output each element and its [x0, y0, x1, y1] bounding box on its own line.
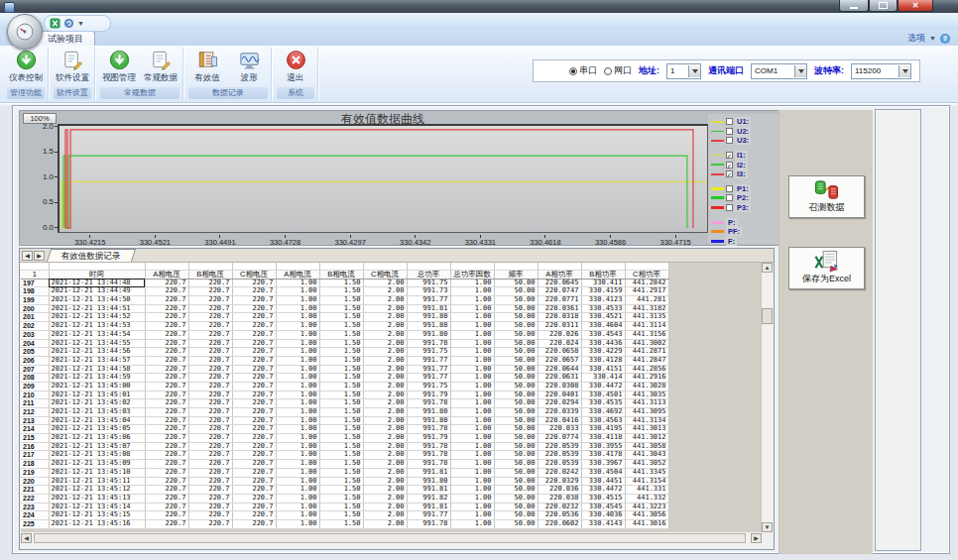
row-number[interactable]: 212 [21, 408, 49, 417]
value-cell[interactable]: 2.00 [363, 296, 407, 305]
table-row[interactable]: 2052021-12-21 13:44:56220.7220.7220.71.0… [21, 348, 668, 357]
value-cell[interactable]: 220.7 [188, 511, 232, 520]
value-cell[interactable]: 220.0631 [538, 374, 581, 383]
value-cell[interactable]: 1.00 [450, 468, 494, 477]
value-cell[interactable]: 220.7 [232, 287, 276, 296]
network-radio[interactable]: 网口 [604, 64, 632, 77]
column-header[interactable]: 总功率因数 [450, 271, 494, 280]
column-header[interactable]: 总功率 [407, 271, 450, 280]
value-cell[interactable]: 441.3056 [625, 511, 668, 520]
row-number[interactable]: 210 [21, 391, 49, 399]
value-cell[interactable]: 220.0644 [538, 365, 581, 374]
value-cell[interactable]: 2.00 [363, 494, 407, 503]
sheet-tab-rms-record[interactable]: 有效值数据记录 [47, 249, 136, 262]
time-cell[interactable]: 2021-12-21 13:45:04 [49, 416, 145, 425]
value-cell[interactable]: 1.00 [450, 313, 494, 322]
value-cell[interactable]: 991.80 [407, 313, 450, 322]
time-cell[interactable]: 2021-12-21 13:45:15 [49, 511, 145, 520]
value-cell[interactable]: 220.7 [232, 468, 276, 477]
value-cell[interactable]: 1.00 [450, 279, 494, 287]
value-cell[interactable]: 2.00 [363, 330, 407, 339]
table-row[interactable]: 1982021-12-21 13:44:49220.7220.7220.71.0… [21, 287, 668, 296]
value-cell[interactable]: 991.77 [407, 356, 450, 365]
value-cell[interactable]: 991.82 [407, 494, 450, 503]
value-cell[interactable]: 220.7 [145, 365, 188, 374]
value-cell[interactable]: 220.0329 [538, 477, 581, 486]
general-data-button[interactable]: 常规数据 [141, 48, 180, 84]
comm-port-select[interactable]: COM1 [751, 63, 807, 79]
value-cell[interactable]: 220.7 [145, 304, 188, 313]
time-cell[interactable]: 2021-12-21 13:44:51 [49, 304, 145, 313]
row-number[interactable]: 224 [21, 511, 49, 520]
value-cell[interactable]: 330.4533 [581, 304, 625, 313]
value-cell[interactable]: 1.00 [450, 339, 494, 348]
value-cell[interactable]: 441.2871 [625, 348, 668, 357]
value-cell[interactable]: 2.00 [363, 399, 407, 408]
value-cell[interactable]: 991.77 [407, 365, 450, 374]
value-cell[interactable]: 1.00 [276, 511, 319, 520]
row-number[interactable]: 200 [21, 304, 49, 313]
row-number[interactable]: 221 [21, 486, 49, 495]
value-cell[interactable]: 220.0536 [538, 511, 581, 520]
minimize-button[interactable] [839, 0, 869, 12]
value-cell[interactable]: 220.7 [145, 296, 188, 305]
value-cell[interactable]: 220.7 [232, 374, 276, 383]
value-cell[interactable]: 220.7 [188, 468, 232, 477]
rms-value-button[interactable]: 有效值 [187, 48, 227, 84]
value-cell[interactable]: 220.7 [232, 391, 276, 399]
value-cell[interactable]: 220.7 [145, 356, 188, 365]
value-cell[interactable]: 220.7 [188, 477, 232, 486]
row-number[interactable]: 207 [21, 365, 49, 374]
value-cell[interactable]: 220.7 [145, 494, 188, 503]
value-cell[interactable]: 1.00 [276, 399, 319, 408]
value-cell[interactable]: 1.50 [319, 365, 363, 374]
value-cell[interactable]: 2.00 [363, 313, 407, 322]
column-header[interactable]: 时间 [49, 271, 145, 280]
value-cell[interactable]: 220.0657 [538, 356, 581, 365]
value-cell[interactable]: 330.3967 [581, 460, 625, 469]
value-cell[interactable]: 220.0294 [538, 399, 581, 408]
value-cell[interactable]: 220.036 [538, 486, 581, 495]
value-cell[interactable]: 50.00 [494, 356, 538, 365]
time-cell[interactable]: 2021-12-21 13:45:10 [49, 468, 145, 477]
value-cell[interactable]: 220.7 [188, 374, 232, 383]
value-cell[interactable]: 1.50 [319, 339, 363, 348]
value-cell[interactable]: 50.00 [494, 304, 538, 313]
table-row[interactable]: 2042021-12-21 13:44:55220.7220.7220.71.0… [21, 339, 668, 348]
value-cell[interactable]: 1.50 [319, 399, 363, 408]
value-cell[interactable]: 1.00 [276, 322, 319, 331]
value-cell[interactable]: 220.7 [145, 519, 188, 528]
value-cell[interactable]: 50.00 [494, 416, 538, 425]
value-cell[interactable]: 330.4535 [581, 399, 625, 408]
value-cell[interactable]: 1.00 [276, 451, 319, 460]
value-cell[interactable]: 1.00 [450, 365, 494, 374]
value-cell[interactable]: 441.3028 [625, 382, 668, 391]
table-row[interactable]: 2222021-12-21 13:45:13220.7220.7220.71.0… [21, 494, 668, 503]
value-cell[interactable]: 50.00 [494, 399, 538, 408]
value-cell[interactable]: 220.7 [188, 486, 232, 495]
value-cell[interactable]: 1.00 [276, 279, 319, 287]
value-cell[interactable]: 2.00 [363, 416, 407, 425]
row-number[interactable]: 225 [21, 519, 49, 528]
time-cell[interactable]: 2021-12-21 13:44:52 [49, 313, 145, 322]
value-cell[interactable]: 1.00 [450, 519, 494, 528]
table-row[interactable]: 2192021-12-21 13:45:10220.7220.7220.71.0… [21, 468, 668, 477]
value-cell[interactable]: 330.4195 [581, 425, 625, 434]
value-cell[interactable]: 2.00 [363, 374, 407, 383]
value-cell[interactable]: 1.00 [450, 296, 494, 305]
value-cell[interactable]: 220.0539 [538, 451, 581, 460]
value-cell[interactable]: 1.50 [319, 279, 363, 287]
value-cell[interactable]: 1.50 [319, 468, 363, 477]
value-cell[interactable]: 1.00 [276, 330, 319, 339]
value-cell[interactable]: 220.7 [145, 322, 188, 331]
row-number[interactable]: 209 [21, 382, 49, 391]
value-cell[interactable]: 50.00 [494, 477, 538, 486]
table-row[interactable]: 2162021-12-21 13:45:07220.7220.7220.71.0… [21, 442, 668, 451]
table-row[interactable]: 2102021-12-21 13:45:01220.7220.7220.71.0… [21, 391, 668, 399]
value-cell[interactable]: 1.50 [319, 348, 363, 357]
value-cell[interactable]: 441.3154 [625, 477, 668, 486]
value-cell[interactable]: 220.0774 [538, 434, 581, 443]
value-cell[interactable]: 991.79 [407, 391, 450, 399]
table-row[interactable]: 2012021-12-21 13:44:52220.7220.7220.71.0… [21, 313, 668, 322]
value-cell[interactable]: 991.81 [407, 486, 450, 495]
